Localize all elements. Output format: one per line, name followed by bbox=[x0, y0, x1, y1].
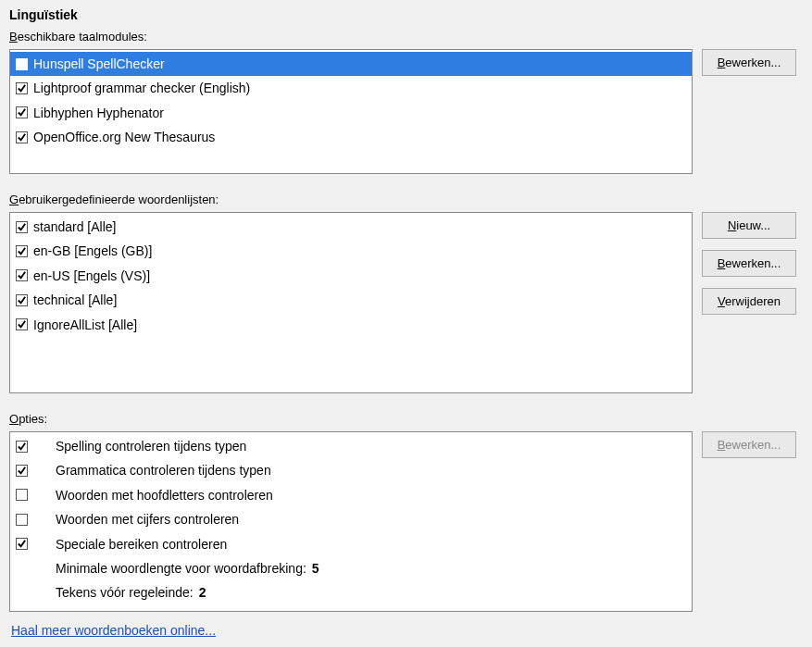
list-item[interactable]: Grammatica controleren tijdens typen bbox=[10, 458, 692, 482]
dicts-label: Gebruikergedefinieerde woordenlijsten: bbox=[9, 193, 803, 206]
list-item-label: en-GB [Engels (GB)] bbox=[33, 241, 152, 261]
list-item[interactable]: Minimale woordlengte voor woordafbreking… bbox=[10, 556, 692, 580]
checkbox-icon[interactable] bbox=[16, 441, 28, 453]
list-item-label: IgnoreAllList [Alle] bbox=[33, 315, 137, 335]
list-item[interactable]: OpenOffice.org New Thesaurus bbox=[10, 125, 692, 149]
checkbox-icon[interactable] bbox=[16, 489, 28, 501]
dicts-new-button[interactable]: Nieuw... bbox=[702, 212, 796, 239]
checkbox-icon[interactable] bbox=[16, 318, 28, 330]
list-item[interactable]: en-GB [Engels (GB)] bbox=[10, 239, 692, 263]
checkbox-icon[interactable] bbox=[16, 82, 28, 94]
page-title: Linguïstiek bbox=[9, 7, 803, 22]
list-item[interactable]: Spelling controleren tijdens typen bbox=[10, 434, 692, 458]
list-item[interactable]: IgnoreAllList [Alle] bbox=[10, 313, 692, 337]
list-item-label: Woorden met hoofdletters controleren bbox=[33, 485, 273, 505]
list-item[interactable]: Libhyphen Hyphenator bbox=[10, 101, 692, 125]
checkbox-icon[interactable] bbox=[16, 221, 28, 233]
checkbox-icon[interactable] bbox=[16, 245, 28, 257]
checkbox-icon[interactable] bbox=[16, 58, 28, 70]
list-item-label: Spelling controleren tijdens typen bbox=[33, 436, 246, 456]
options-label: Opties: bbox=[9, 412, 803, 426]
modules-listbox[interactable]: Hunspell SpellChecker Lightproof grammar… bbox=[9, 49, 693, 174]
list-item[interactable]: standard [Alle] bbox=[10, 215, 692, 239]
options-listbox[interactable]: Spelling controleren tijdens typen Gramm… bbox=[9, 431, 693, 612]
list-item-label: OpenOffice.org New Thesaurus bbox=[33, 127, 215, 147]
list-item[interactable]: Tekens na regeleinde:2 bbox=[10, 605, 692, 612]
list-item[interactable]: en-US [Engels (VS)] bbox=[10, 264, 692, 288]
checkbox-icon[interactable] bbox=[16, 294, 28, 306]
checkbox-icon[interactable] bbox=[16, 514, 28, 526]
list-item[interactable]: Tekens vóór regeleinde:2 bbox=[10, 580, 692, 604]
checkbox-icon[interactable] bbox=[16, 269, 28, 281]
modules-edit-button[interactable]: Bewerken... bbox=[702, 49, 796, 76]
checkbox-icon[interactable] bbox=[16, 106, 28, 118]
dicts-delete-button[interactable]: Verwijderen bbox=[702, 288, 796, 315]
list-item-label: Speciale bereiken controleren bbox=[33, 534, 227, 554]
list-item-label: Grammatica controleren tijdens typen bbox=[33, 460, 271, 480]
list-item[interactable]: Speciale bereiken controleren bbox=[10, 532, 692, 556]
list-item[interactable]: Hunspell SpellChecker bbox=[10, 52, 692, 76]
list-item-label: Libhyphen Hyphenator bbox=[33, 103, 164, 123]
modules-label: Beschikbare taalmodules: bbox=[9, 30, 803, 44]
list-item-label: Lightproof grammar checker (English) bbox=[33, 78, 250, 98]
list-item[interactable]: Lightproof grammar checker (English) bbox=[10, 76, 692, 100]
list-item-label: standard [Alle] bbox=[33, 217, 117, 237]
list-item[interactable]: Woorden met cijfers controleren bbox=[10, 507, 692, 531]
list-item-label: technical [Alle] bbox=[33, 290, 117, 310]
list-item[interactable]: technical [Alle] bbox=[10, 288, 692, 312]
checkbox-icon[interactable] bbox=[16, 538, 28, 550]
dicts-edit-button[interactable]: Bewerken... bbox=[702, 250, 796, 277]
checkbox-icon[interactable] bbox=[16, 131, 28, 143]
option-value-label: Minimale woordlengte voor woordafbreking… bbox=[33, 558, 319, 579]
list-item-label: Hunspell SpellChecker bbox=[33, 54, 165, 74]
more-dicts-link[interactable]: Haal meer woordenboeken online... bbox=[11, 623, 216, 638]
dicts-listbox[interactable]: standard [Alle] en-GB [Engels (GB)] en-U… bbox=[9, 212, 693, 393]
option-value-label: Tekens na regeleinde:2 bbox=[33, 607, 195, 612]
list-item-label: Woorden met cijfers controleren bbox=[33, 509, 239, 529]
list-item-label: en-US [Engels (VS)] bbox=[33, 266, 150, 286]
list-item[interactable]: Woorden met hoofdletters controleren bbox=[10, 483, 692, 507]
options-edit-button[interactable]: Bewerken... bbox=[702, 431, 796, 458]
option-value-label: Tekens vóór regeleinde:2 bbox=[33, 582, 206, 603]
checkbox-icon[interactable] bbox=[16, 465, 28, 477]
